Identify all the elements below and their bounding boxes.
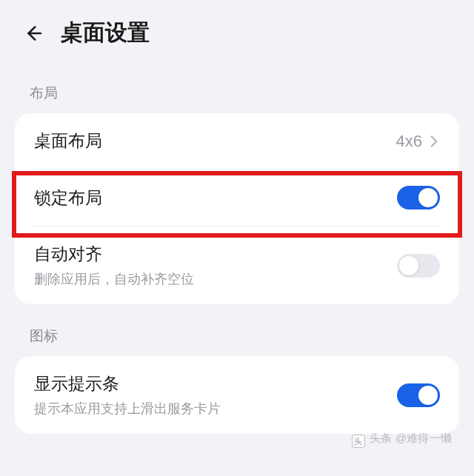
watermark-text: 头条 @难得一懒 [370, 432, 452, 444]
label-show-hint-bar: 显示提示条 [34, 372, 221, 395]
card-layout: 桌面布局 4x6 锁定布局 自动对齐 删除应用后，自动补齐空位 [15, 113, 459, 304]
toggle-lock-layout[interactable] [397, 186, 440, 209]
back-button[interactable] [21, 21, 44, 45]
header: 桌面设置 [0, 0, 474, 61]
desc-auto-align: 删除应用后，自动补齐空位 [34, 270, 194, 288]
label-auto-align: 自动对齐 [34, 243, 194, 266]
toggle-show-hint-bar[interactable] [397, 383, 440, 407]
page-title: 桌面设置 [61, 18, 150, 48]
desc-show-hint-bar: 提示本应用支持上滑出服务卡片 [34, 400, 221, 418]
watermark: 头头条 @难得一懒 [352, 432, 452, 449]
section-label-layout: 布局 [0, 61, 474, 113]
toggle-auto-align[interactable] [397, 254, 440, 278]
chevron-right-icon [430, 136, 440, 147]
row-lock-layout[interactable]: 锁定布局 [15, 170, 459, 226]
card-icons: 显示提示条 提示本应用支持上滑出服务卡片 [15, 356, 459, 434]
arrow-left-icon [23, 24, 42, 43]
section-label-icons: 图标 [0, 304, 474, 356]
row-show-hint-bar[interactable]: 显示提示条 提示本应用支持上滑出服务卡片 [15, 356, 459, 434]
label-lock-layout: 锁定布局 [34, 187, 102, 209]
label-desktop-layout: 桌面布局 [34, 130, 102, 152]
row-auto-align[interactable]: 自动对齐 删除应用后，自动补齐空位 [15, 227, 459, 304]
value-desktop-layout: 4x6 [396, 132, 422, 151]
watermark-logo-icon: 头 [352, 435, 365, 448]
row-desktop-layout[interactable]: 桌面布局 4x6 [15, 113, 459, 169]
